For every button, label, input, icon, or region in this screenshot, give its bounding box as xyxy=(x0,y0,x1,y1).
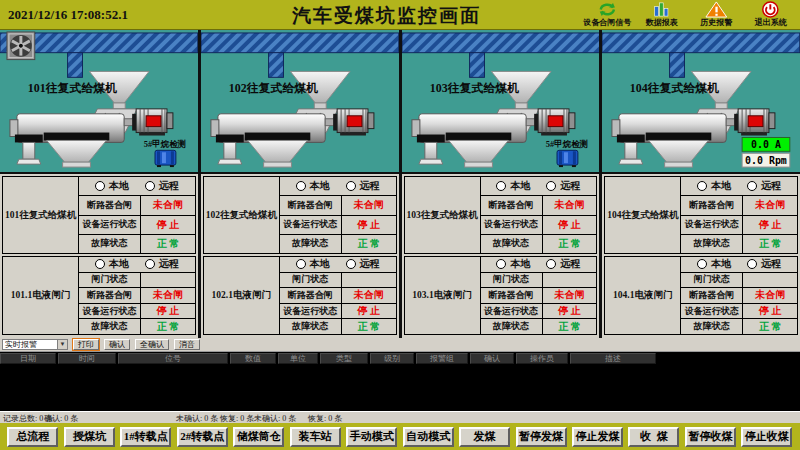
manual-mode-button[interactable]: 手动模式 xyxy=(346,427,397,447)
feeder-status-block: 102往复式给煤机 本地 远程 断路器合闸未合闸 设备运行状态停 止 故障状态正… xyxy=(203,176,397,254)
control-mode-row: 本地 远程 xyxy=(681,257,797,273)
alarm-filter-select[interactable]: 实时报警 ▼ xyxy=(2,339,68,350)
local-radio[interactable] xyxy=(95,181,105,191)
local-label: 本地 xyxy=(109,179,129,193)
bottom-nav-bar: 总流程 授煤坑 1#转载点 2#转载点 储煤筒仓 装车站 手动模式 自动模式 发… xyxy=(0,423,800,450)
run-state-label: 设备运行状态 xyxy=(481,216,543,234)
column-header-operator[interactable]: 操作员 xyxy=(516,353,568,364)
local-label: 本地 xyxy=(711,179,731,193)
local-radio[interactable] xyxy=(296,259,306,269)
machine-label: 103往复式给煤机 xyxy=(429,81,518,95)
gate-state-label: 闸门状态 xyxy=(79,273,141,288)
valve-name-label: 102.1电液闸门 xyxy=(204,257,280,334)
local-radio[interactable] xyxy=(496,259,506,269)
remote-label: 远程 xyxy=(360,257,380,271)
breaker-signal-button[interactable]: 设备合闸信号 xyxy=(580,0,635,30)
current-value: 0.0 A xyxy=(751,139,781,150)
column-header-level[interactable]: 级别 xyxy=(370,353,414,364)
column-header-time[interactable]: 时间 xyxy=(58,353,116,364)
control-mode-row: 本地 远程 xyxy=(681,177,797,196)
remote-radio[interactable] xyxy=(546,259,556,269)
feeder-103-graphic: 103往复式给煤机 5#甲烷检测 xyxy=(402,30,600,172)
remote-radio[interactable] xyxy=(747,181,757,191)
feeder-101-graphic: 101往复式给煤机 5#甲烷检测 xyxy=(0,30,198,172)
local-radio[interactable] xyxy=(95,259,105,269)
pause-send-coal-button[interactable]: 暂停发煤 xyxy=(516,427,567,447)
remote-radio[interactable] xyxy=(747,259,757,269)
fault-state-value: 正 常 xyxy=(141,235,195,253)
stop-send-coal-button[interactable]: 停止发煤 xyxy=(572,427,623,447)
stop-receive-coal-button[interactable]: 停止收煤 xyxy=(741,427,792,447)
remote-radio[interactable] xyxy=(546,181,556,191)
breaker-label: 断路器合闸 xyxy=(79,196,141,214)
print-button[interactable]: 打印 xyxy=(73,339,99,350)
nav-coal-silo-button[interactable]: 储煤筒仓 xyxy=(233,427,284,447)
methane-detector-icon xyxy=(155,150,176,167)
column-header-date[interactable]: 日期 xyxy=(0,353,56,364)
remote-label: 远程 xyxy=(159,179,179,193)
fan-icon xyxy=(7,32,35,60)
control-mode-row: 本地 远程 xyxy=(79,257,195,273)
pause-receive-coal-button[interactable]: 暂停收煤 xyxy=(685,427,736,447)
methane-detector-label: 5#甲烷检测 xyxy=(144,139,186,149)
run-state-label: 设备运行状态 xyxy=(681,304,743,319)
control-mode-row: 本地 远程 xyxy=(79,177,195,196)
speed-value: 0.0 Rpm xyxy=(745,155,787,166)
remote-radio[interactable] xyxy=(346,259,356,269)
acknowledge-all-button[interactable]: 全确认 xyxy=(135,339,169,350)
fault-state-label: 故障状态 xyxy=(280,319,342,334)
silence-button[interactable]: 消音 xyxy=(174,339,200,350)
exit-system-button[interactable]: 退出系统 xyxy=(744,0,799,30)
chevron-down-icon: ▼ xyxy=(57,340,67,349)
fault-state-value: 正 常 xyxy=(743,235,797,253)
column-header-unit[interactable]: 单位 xyxy=(278,353,318,364)
speed-meter: 0.0 Rpm xyxy=(742,153,790,167)
local-radio[interactable] xyxy=(697,259,707,269)
run-state-value: 停 止 xyxy=(543,216,597,234)
run-state-value: 停 止 xyxy=(141,216,195,234)
acknowledge-button[interactable]: 确认 xyxy=(104,339,130,350)
column-header-tag[interactable]: 位号 xyxy=(118,353,228,364)
column-header-type[interactable]: 类型 xyxy=(320,353,368,364)
column-header-ack[interactable]: 确认 xyxy=(470,353,514,364)
history-alarm-button[interactable]: 历史报警 xyxy=(689,0,744,30)
fault-state-value: 正 常 xyxy=(342,319,396,334)
feeder-name-label: 101往复式给煤机 xyxy=(3,177,79,253)
nav-transfer-point-1-button[interactable]: 1#转载点 xyxy=(120,427,171,447)
local-radio[interactable] xyxy=(496,181,506,191)
fault-state-label: 故障状态 xyxy=(681,235,743,253)
nav-coal-pit-button[interactable]: 授煤坑 xyxy=(64,427,115,447)
page-title: 汽车受煤坑监控画面 xyxy=(292,3,481,29)
column-header-description[interactable]: 描述 xyxy=(570,353,656,364)
remote-radio[interactable] xyxy=(145,181,155,191)
auto-mode-button[interactable]: 自动模式 xyxy=(403,427,454,447)
restore-count-2: 恢复: 0 条 xyxy=(308,413,342,424)
remote-radio[interactable] xyxy=(145,259,155,269)
local-radio[interactable] xyxy=(697,181,707,191)
fault-state-value: 正 常 xyxy=(543,319,597,334)
feeder-status-block: 104往复式给煤机 本地 远程 断路器合闸未合闸 设备运行状态停 止 故障状态正… xyxy=(604,176,798,254)
column-header-value[interactable]: 数值 xyxy=(230,353,276,364)
machine-label: 101往复式给煤机 xyxy=(28,81,117,95)
remote-label: 远程 xyxy=(560,179,580,193)
send-coal-button[interactable]: 发煤 xyxy=(459,427,510,447)
feeder-name-label: 103往复式给煤机 xyxy=(405,177,481,253)
feeder-name-label: 104往复式给煤机 xyxy=(605,177,681,253)
breaker-label: 断路器合闸 xyxy=(280,288,342,303)
run-state-label: 设备运行状态 xyxy=(280,304,342,319)
remote-label: 远程 xyxy=(159,257,179,271)
run-state-label: 设备运行状态 xyxy=(280,216,342,234)
gate-state-label: 闸门状态 xyxy=(280,273,342,288)
nav-loading-station-button[interactable]: 装车站 xyxy=(290,427,341,447)
remote-radio[interactable] xyxy=(346,181,356,191)
machine-panel-104: 104往复式给煤机 0.0 A 0.0 Rpm xyxy=(602,30,800,172)
receive-coal-button[interactable]: 收 煤 xyxy=(628,427,679,447)
nav-overview-button[interactable]: 总流程 xyxy=(7,427,58,447)
column-header-group[interactable]: 报警组 xyxy=(416,353,468,364)
gate-state-label: 闸门状态 xyxy=(681,273,743,288)
ack-count: 确认: 0 条 xyxy=(44,413,78,424)
alarm-status-bar: 记录总数: 0 条 确认: 0 条 未确认: 0 条 恢复: 0 条 未确认: … xyxy=(0,411,800,423)
nav-transfer-point-2-button[interactable]: 2#转载点 xyxy=(177,427,228,447)
local-radio[interactable] xyxy=(296,181,306,191)
data-report-button[interactable]: 数据报表 xyxy=(635,0,690,30)
